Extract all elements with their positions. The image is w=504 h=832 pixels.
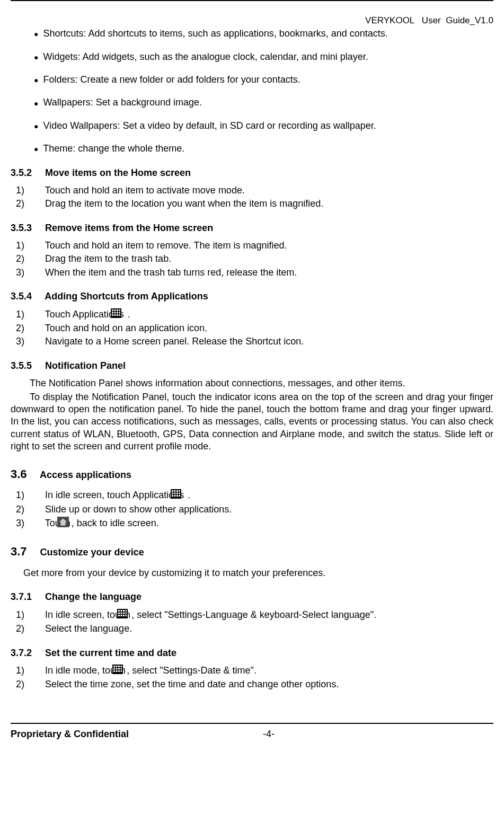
heading-371: 3.7.1 Change the language xyxy=(11,591,493,603)
list-text-post: , back to idle screen. xyxy=(72,518,159,528)
heading-355: 3.5.5 Notification Panel xyxy=(11,360,493,372)
svg-rect-48 xyxy=(121,668,122,670)
svg-rect-32 xyxy=(118,612,120,614)
bullet-text: Widgets: Add widgets, such as the analog… xyxy=(43,51,368,62)
svg-rect-46 xyxy=(116,668,118,670)
bullet-item: ● Wallpapers: Set a background image. xyxy=(34,96,493,109)
page-header: VERYKOOL User Guide_V1.0 xyxy=(11,0,493,26)
svg-rect-39 xyxy=(126,615,127,616)
list-372: 1) In idle mode, touch, select "Settings… xyxy=(23,665,493,691)
svg-rect-25 xyxy=(179,495,181,497)
para-block-355: The Notification Panel shows information… xyxy=(11,377,493,453)
bullet-text: Wallpapers: Set a background image. xyxy=(43,97,202,108)
svg-rect-21 xyxy=(179,493,181,494)
footer-left: Proprietary & Confidential xyxy=(11,728,129,740)
svg-rect-45 xyxy=(113,668,115,670)
heading-num: 3.6 xyxy=(11,467,27,481)
list-item: 1) Touch Applications . xyxy=(23,308,493,321)
svg-rect-11 xyxy=(117,314,118,316)
list-num: 1) xyxy=(30,240,42,252)
heading-352: 3.5.2 Move items on the Home screen xyxy=(11,167,493,179)
list-item: 3) Navigate to a Home screen panel. Rele… xyxy=(23,335,493,348)
svg-rect-37 xyxy=(121,615,122,616)
list-353: 1) Touch and hold an item to remove. The… xyxy=(23,240,493,279)
svg-rect-20 xyxy=(176,493,178,494)
svg-rect-16 xyxy=(176,490,178,492)
bullet-item: ● Video Wallpapers: Set a video by defau… xyxy=(34,120,493,132)
paragraph-text: To display the Notification Panel, touch… xyxy=(11,392,493,452)
list-item: 1) In idle screen, touch Applications . xyxy=(23,489,493,502)
svg-rect-42 xyxy=(116,666,118,667)
svg-rect-5 xyxy=(112,312,113,313)
heading-title: Access applications xyxy=(27,470,131,480)
header-title: VERYKOOL User Guide_V1.0 xyxy=(365,15,493,25)
list-item: 2) Drag the item to the location you wan… xyxy=(23,198,493,210)
page-footer: Proprietary & Confidential -4- xyxy=(11,723,493,740)
svg-rect-23 xyxy=(174,495,176,497)
list-item: 2) Touch and hold on an application icon… xyxy=(23,322,493,334)
list-num: 2) xyxy=(30,198,42,210)
bullet-icon: ● xyxy=(34,29,38,39)
svg-rect-7 xyxy=(117,312,118,313)
list-text: Drag the item to the trash tab. xyxy=(45,253,171,264)
list-item: 3) Touch, back to idle screen. xyxy=(23,517,493,530)
svg-rect-38 xyxy=(123,615,125,616)
list-num: 2) xyxy=(30,623,42,635)
svg-rect-34 xyxy=(123,612,125,614)
svg-rect-52 xyxy=(121,670,122,672)
bullet-item: ● Theme: change the whole theme. xyxy=(34,143,493,155)
list-num: 1) xyxy=(30,308,42,321)
list-354: 1) Touch Applications . 2) Touch and hol… xyxy=(23,308,493,348)
heading-354: 3.5.4 Adding Shortcuts from Applications xyxy=(11,290,493,303)
list-text: Touch and hold an item to activate move … xyxy=(45,185,245,196)
list-num: 2) xyxy=(30,678,42,691)
list-text-post: , select "Settings-Date & time". xyxy=(127,665,257,676)
list-text-pre: In idle screen, touch Applications xyxy=(45,490,184,500)
list-text: Select the time zone, set the time and d… xyxy=(45,679,339,689)
svg-rect-3 xyxy=(117,309,118,311)
list-num: 3) xyxy=(30,517,42,529)
list-text: Select the language. xyxy=(45,623,132,634)
list-text-post: . xyxy=(185,490,190,500)
list-num: 1) xyxy=(30,489,42,501)
list-num: 2) xyxy=(30,253,42,265)
svg-rect-47 xyxy=(118,668,120,670)
list-item: 1) Touch and hold an item to remove. The… xyxy=(23,240,493,252)
list-text: Touch and hold on an application icon. xyxy=(45,323,207,333)
list-item: 1) In idle screen, touch, select "Settin… xyxy=(23,609,493,622)
svg-rect-1 xyxy=(112,309,113,311)
svg-rect-29 xyxy=(121,610,122,612)
bullet-icon: ● xyxy=(34,144,38,154)
svg-rect-36 xyxy=(118,615,120,616)
svg-rect-9 xyxy=(112,314,113,316)
bullet-icon: ● xyxy=(34,121,38,131)
bullet-icon: ● xyxy=(34,52,38,62)
svg-rect-33 xyxy=(121,612,122,614)
list-text: Drag the item to the location you want w… xyxy=(45,198,323,209)
list-item: 2) Select the language. xyxy=(23,623,493,635)
bullet-text: Folders: Create a new folder or add fold… xyxy=(43,74,300,85)
svg-rect-6 xyxy=(114,312,116,313)
svg-rect-51 xyxy=(118,670,120,672)
list-item: 1) In idle mode, touch, select "Settings… xyxy=(23,665,493,677)
list-text: Slide up or down to show other applicati… xyxy=(45,504,232,515)
list-352: 1) Touch and hold an item to activate mo… xyxy=(23,184,493,210)
list-371: 1) In idle screen, touch, select "Settin… xyxy=(23,609,493,635)
svg-rect-10 xyxy=(114,314,116,316)
svg-rect-35 xyxy=(126,612,127,614)
list-text-post: . xyxy=(125,309,130,320)
footer-page: -4- xyxy=(129,728,493,740)
svg-rect-28 xyxy=(118,610,120,612)
paragraph: To display the Notification Panel, touch… xyxy=(11,391,493,453)
bullet-item: ● Folders: Create a new folder or add fo… xyxy=(34,74,493,86)
bullet-text: Shortcuts: Add shortcuts to items, such … xyxy=(43,28,387,39)
bullet-list: ● Shortcuts: Add shortcuts to items, suc… xyxy=(34,28,493,155)
heading-372: 3.7.2 Set the current time and date xyxy=(11,647,493,659)
svg-rect-31 xyxy=(126,610,127,612)
list-text: Navigate to a Home screen panel. Release… xyxy=(45,336,304,347)
svg-rect-15 xyxy=(174,490,176,492)
list-text: When the item and the trash tab turns re… xyxy=(45,267,297,278)
svg-rect-24 xyxy=(176,495,178,497)
heading-37: 3.7 Customize your device xyxy=(11,544,493,560)
bullet-text: Video Wallpapers: Set a video by default… xyxy=(43,120,376,131)
